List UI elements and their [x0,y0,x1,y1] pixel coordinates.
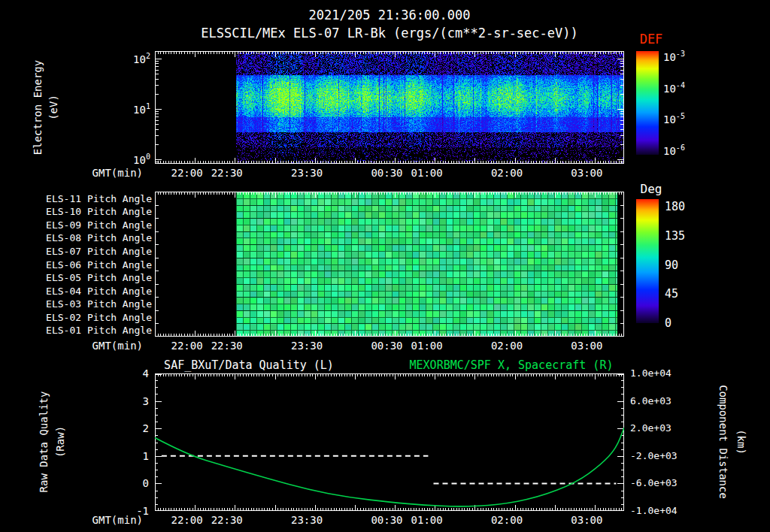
distance-ylabel-units: (km) [735,429,747,455]
x-tick-label: 02:00 [483,514,531,526]
pitch-row-label: ELS-05 Pitch Angle [30,272,152,283]
left-tick-label: 2 [125,422,149,434]
x-tick-label: 22:30 [203,514,251,526]
left-tick-label: 0 [125,477,149,489]
page-timestamp-title: 2021/205 21:36:00.000 [155,8,624,23]
colorbar-tick-label: 180 [665,200,685,213]
colorbar-tick-label: 0 [665,316,671,330]
pitch-row-label: ELS-06 Pitch Angle [30,259,152,271]
y-tick-label: 101 [119,102,150,116]
spacecraft-series-title: MEXORBMC/SPF X, Spacecraft (R) [402,358,620,372]
right-tick-label: 6.0e+03 [630,395,671,407]
pitch-row-label: ELS-10 Pitch Angle [30,206,152,217]
right-tick-label: 2.0e+03 [630,422,671,434]
left-tick-label: -1 [125,505,149,517]
y-tick-label: 100 [119,153,150,166]
deg-colorbar-title: Deg [636,182,666,196]
pitch-row-label: ELS-02 Pitch Angle [30,312,152,323]
right-tick-label: -2.0e+03 [630,450,678,461]
def-colorbar-title: DEF [638,32,665,47]
pitch-row-label: ELS-04 Pitch Angle [30,286,152,297]
quality-distance-plot [155,373,624,511]
pitch-row-label: ELS-07 Pitch Angle [30,246,152,257]
x-tick-label: 03:00 [562,340,611,352]
right-tick-label: -1.0e+04 [630,505,678,516]
pitch-row-label: ELS-03 Pitch Angle [30,298,152,310]
colorbar-tick-label: 135 [665,229,685,243]
x-tick-label: 02:00 [483,167,531,179]
deg-colorbar [636,199,659,323]
spectrogram-ylabel: Electron Energy [32,60,44,155]
pitch-row-label: ELS-08 Pitch Angle [30,232,152,243]
left-tick-label: 1 [125,450,149,462]
x-tick-label: 01:00 [403,340,451,352]
plot-main-title: ELSSCIL/MEx ELS-07 LR-Bk (ergs/(cm**2-sr… [155,26,624,41]
quality-ylabel-units: (Raw) [54,426,66,458]
x-tick-label: 01:00 [403,514,451,526]
pitch-angle-plot [155,192,624,337]
colorbar-tick-label: 10-3 [663,50,685,63]
y-tick-label: 102 [119,52,150,65]
colorbar-tick-label: 90 [665,258,678,272]
x-tick-label: 01:00 [403,167,451,179]
left-tick-label: 4 [125,367,149,379]
colorbar-tick-label: 10-4 [663,81,685,95]
colorbar-tick-label: 45 [665,287,678,301]
x-tick-label: 02:00 [483,340,531,352]
colorbar-tick-label: 10-6 [663,144,685,157]
right-tick-label: 1.0e+04 [630,367,671,379]
x-tick-label: 22:30 [203,167,251,179]
left-tick-label: 3 [125,395,149,407]
pitch-row-label: ELS-09 Pitch Angle [30,219,152,231]
right-tick-label: -6.0e+03 [630,477,678,488]
x-tick-label: 03:00 [562,167,611,179]
spectrogram-plot [155,51,624,164]
distance-ylabel: Component Distance [717,385,729,499]
pitch-row-label: ELS-11 Pitch Angle [30,193,152,204]
def-colorbar [636,51,659,155]
x-tick-label: 23:30 [283,340,331,352]
x-axis-title: GMT(min) [47,340,143,352]
x-tick-label: 22:30 [203,340,251,352]
quality-series-title: SAF_BXuT/Data Quality (L) [155,358,343,372]
x-tick-label: 23:30 [283,167,331,179]
x-tick-label: 23:30 [283,514,331,526]
x-tick-label: 03:00 [562,514,611,526]
x-axis-title: GMT(min) [47,167,143,179]
colorbar-tick-label: 10-5 [663,112,685,125]
quality-ylabel: Raw Data Quality [38,391,50,493]
pitch-row-label: ELS-01 Pitch Angle [30,325,152,336]
spectrogram-ylabel-units: (eV) [47,95,59,120]
spectrogram-page: 2021/205 21:36:00.000 ELSSCIL/MEx ELS-07… [0,0,770,532]
